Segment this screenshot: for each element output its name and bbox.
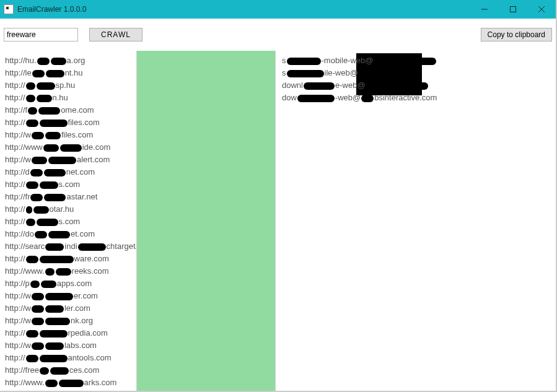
url-item[interactable]: http://walert.com xyxy=(5,154,136,166)
maximize-icon xyxy=(510,6,516,12)
window-title: EmailCrawler 1.0.0.0 xyxy=(17,5,86,14)
url-item[interactable]: http://searcindichtarget.com xyxy=(5,240,136,253)
url-item[interactable]: http://wlabs.com xyxy=(5,339,136,352)
url-item[interactable]: http://papps.com xyxy=(5,277,136,290)
url-item[interactable]: http://ware.com xyxy=(5,253,136,265)
url-item[interactable]: http://sp.hu xyxy=(5,79,136,92)
content-area: http://hu.a.orghttp://lent.huhttp://sp.h… xyxy=(0,51,556,392)
url-item[interactable]: http://rpedia.com xyxy=(5,327,136,339)
email-item[interactable]: downle-web@ xyxy=(282,79,556,92)
url-item[interactable]: http://wwwide.com xyxy=(5,141,136,154)
url-item[interactable]: http://hu.a.org xyxy=(5,54,136,67)
url-item[interactable]: http://s.com xyxy=(5,178,136,191)
url-item[interactable]: http://freeces.com xyxy=(5,364,136,377)
url-item[interactable]: http://s.com xyxy=(5,216,136,228)
toolbar: CRAWL Copy to clipboard xyxy=(0,19,556,51)
email-item[interactable]: dow-web@bsinteractive.com xyxy=(282,92,556,104)
progress-panel xyxy=(136,51,276,392)
url-item[interactable]: http:// xyxy=(5,389,136,392)
url-item[interactable]: http://dnet.com xyxy=(5,166,136,178)
url-item[interactable]: http://n.hu xyxy=(5,92,136,104)
url-item[interactable]: http://lent.hu xyxy=(5,67,136,79)
copy-clipboard-button[interactable]: Copy to clipboard xyxy=(481,28,552,41)
maximize-button[interactable] xyxy=(499,0,527,19)
minimize-icon xyxy=(481,6,488,12)
url-item[interactable]: http://wer.com xyxy=(5,290,136,302)
svg-rect-1 xyxy=(511,7,516,12)
minimize-button[interactable] xyxy=(470,0,499,19)
window-titlebar: EmailCrawler 1.0.0.0 xyxy=(0,0,556,19)
search-input[interactable] xyxy=(4,28,78,41)
url-item[interactable]: http://fome.com xyxy=(5,104,136,116)
url-item[interactable]: http://files.com xyxy=(5,116,136,129)
url-item[interactable]: http://antools.com xyxy=(5,352,136,364)
url-item[interactable]: http://www.arks.com xyxy=(5,377,136,389)
email-item[interactable]: s-mobile-web@ xyxy=(282,54,556,67)
url-item[interactable]: http://otar.hu xyxy=(5,203,136,216)
url-item[interactable]: http://doet.com xyxy=(5,228,136,240)
url-item[interactable]: http://wler.com xyxy=(5,302,136,315)
url-item[interactable]: http://frastar.net xyxy=(5,191,136,203)
url-item[interactable]: http://wnk.org xyxy=(5,315,136,327)
email-item[interactable]: sile-web@ xyxy=(282,67,556,79)
email-list-panel[interactable]: s-mobile-web@sile-web@downle-web@dow-web… xyxy=(276,51,556,392)
crawl-button[interactable]: CRAWL xyxy=(89,28,143,41)
url-item[interactable]: http://wfiles.com xyxy=(5,129,136,141)
url-item[interactable]: http://www.reeks.com xyxy=(5,265,136,277)
app-icon xyxy=(4,4,14,14)
close-button[interactable] xyxy=(527,0,556,19)
url-list-panel[interactable]: http://hu.a.orghttp://lent.huhttp://sp.h… xyxy=(0,51,136,392)
close-icon xyxy=(538,6,545,12)
